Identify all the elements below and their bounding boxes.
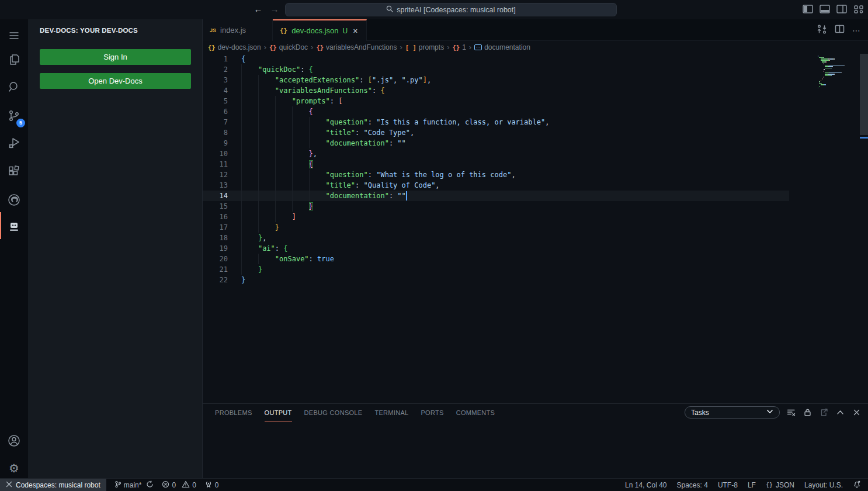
encoding-setting[interactable]: UTF-8 [718, 481, 738, 489]
code-line-12[interactable]: 12 "question": "What is the log o of thi… [203, 170, 789, 180]
close-panel-icon[interactable] [852, 407, 862, 417]
nav-forward-button[interactable]: → [268, 2, 282, 16]
line-number[interactable]: 10 [203, 148, 228, 159]
code-line-19[interactable]: 19 "ai": { [203, 243, 789, 254]
search-sidebar-icon[interactable] [0, 75, 28, 99]
code-line-4[interactable]: 4 "variablesAndFunctions": { [203, 85, 789, 96]
panel-tab-debug-console[interactable]: DEBUG CONSOLE [304, 404, 363, 421]
panel-tab-output[interactable]: OUTPUT [265, 404, 292, 421]
close-tab-icon[interactable]: × [353, 26, 357, 36]
code-editor[interactable]: 1{2 "quickDoc": {3 "acceptedExtensions":… [203, 53, 868, 403]
menu-hamburger-icon[interactable] [0, 24, 28, 47]
tab-dev-docs-json[interactable]: {} dev-docs.json U × [273, 19, 367, 41]
customize-layout-icon[interactable] [853, 3, 864, 16]
panel-tab-comments[interactable]: COMMENTS [456, 404, 495, 421]
code-line-10[interactable]: 10 }, [203, 148, 789, 159]
sync-icon[interactable] [146, 480, 154, 490]
panel-tab-problems[interactable]: PROBLEMS [215, 404, 252, 421]
code-line-13[interactable]: 13 "title": "Quality of Code", [203, 180, 789, 191]
scrollbar-thumb[interactable] [860, 54, 868, 135]
breadcrumb-item-quickDoc[interactable]: {}quickDoc [269, 43, 308, 51]
code-line-3[interactable]: 3 "acceptedExtensions": [".js", ".py"], [203, 75, 789, 85]
line-number[interactable]: 21 [203, 264, 228, 275]
command-center-search[interactable]: spriteAI [Codespaces: musical robot] [285, 3, 617, 16]
minimap[interactable] [815, 53, 860, 153]
code-line-1[interactable]: 1{ [203, 54, 789, 64]
breadcrumb-item-prompts[interactable]: [ ]prompts [405, 43, 444, 51]
panel-tab-ports[interactable]: PORTS [421, 404, 443, 421]
line-number[interactable]: 6 [203, 106, 228, 117]
breadcrumb-item-documentation[interactable]: ···documentation [474, 43, 530, 51]
language-mode[interactable]: {} JSON [766, 481, 794, 489]
clear-output-icon[interactable] [786, 407, 796, 417]
breadcrumb-item-1[interactable]: {}1 [452, 43, 466, 51]
line-number[interactable]: 19 [203, 243, 228, 254]
code-line-21[interactable]: 21 } [203, 264, 789, 275]
explorer-icon[interactable] [0, 48, 28, 71]
remote-indicator[interactable]: Codespaces: musical robot [0, 479, 106, 491]
code-line-11[interactable]: 11 { [203, 159, 789, 170]
line-number[interactable]: 8 [203, 127, 228, 138]
dev-docs-extension-icon[interactable] [0, 215, 28, 238]
code-line-18[interactable]: 18 }, [203, 233, 789, 243]
github-icon[interactable] [0, 188, 28, 212]
code-line-8[interactable]: 8 "title": "Code Type", [203, 127, 789, 138]
editor-scrollbar[interactable] [860, 53, 868, 403]
line-number[interactable]: 17 [203, 222, 228, 233]
branch-indicator[interactable]: main* [114, 480, 154, 490]
line-number[interactable]: 13 [203, 180, 228, 191]
maximize-panel-icon[interactable] [835, 407, 845, 417]
notification-bell-icon[interactable] [853, 480, 861, 490]
panel-tab-terminal[interactable]: TERMINAL [374, 404, 408, 421]
eol-setting[interactable]: LF [748, 481, 756, 489]
run-debug-icon[interactable] [0, 132, 28, 155]
line-number[interactable]: 4 [203, 85, 228, 96]
code-line-9[interactable]: 9 "documentation": "" [203, 138, 789, 148]
open-output-in-editor-icon[interactable] [819, 407, 829, 417]
breadcrumb-item-dev-docs.json[interactable]: {}dev-docs.json [208, 43, 261, 51]
code-line-22[interactable]: 22} [203, 275, 789, 285]
problems-indicator[interactable]: 0 0 [162, 480, 196, 490]
line-number[interactable]: 7 [203, 117, 228, 127]
keyboard-layout[interactable]: Layout: U.S. [804, 481, 843, 489]
extensions-icon[interactable] [0, 160, 28, 184]
open-devdocs-button[interactable]: Open Dev-Docs [40, 73, 191, 89]
toggle-panel-icon[interactable] [819, 3, 831, 16]
sign-in-button[interactable]: Sign In [40, 49, 191, 65]
line-number[interactable]: 12 [203, 170, 228, 180]
cursor-position[interactable]: Ln 14, Col 40 [625, 481, 666, 489]
split-editor-icon[interactable] [835, 24, 845, 36]
code-line-2[interactable]: 2 "quickDoc": { [203, 64, 789, 75]
breadcrumb-item-variablesAndFunctions[interactable]: {}variablesAndFunctions [316, 43, 397, 51]
line-number[interactable]: 9 [203, 138, 228, 148]
code-line-15[interactable]: 15 } [203, 201, 789, 212]
account-icon[interactable] [0, 429, 28, 452]
line-number[interactable]: 14 [203, 191, 228, 201]
indentation-setting[interactable]: Spaces: 4 [677, 481, 708, 489]
line-number[interactable]: 16 [203, 212, 228, 222]
toggle-primary-sidebar-icon[interactable] [802, 3, 814, 16]
code-line-7[interactable]: 7 "question": "Is this a function, class… [203, 117, 789, 127]
line-number[interactable]: 20 [203, 254, 228, 264]
code-line-5[interactable]: 5 "prompts": [ [203, 96, 789, 106]
code-line-16[interactable]: 16 ] [203, 212, 789, 222]
nav-back-button[interactable]: ← [251, 2, 265, 16]
toggle-secondary-sidebar-icon[interactable] [836, 3, 848, 16]
code-line-14[interactable]: 14 "documentation": "" [203, 191, 789, 201]
lock-autoscroll-icon[interactable] [803, 407, 813, 417]
line-number[interactable]: 1 [203, 54, 228, 64]
tab-index-js[interactable]: JS index.js [203, 19, 273, 41]
code-line-20[interactable]: 20 "onSave": true [203, 254, 789, 264]
line-number[interactable]: 15 [203, 201, 228, 212]
line-number[interactable]: 22 [203, 275, 228, 285]
line-number[interactable]: 18 [203, 233, 228, 243]
source-control-icon[interactable]: 5 [0, 104, 28, 127]
ports-indicator[interactable]: 0 [204, 480, 219, 490]
code-line-6[interactable]: 6 { [203, 106, 789, 117]
open-changes-icon[interactable] [817, 24, 827, 37]
more-actions-icon[interactable]: ⋯ [852, 26, 861, 35]
line-number[interactable]: 11 [203, 159, 228, 170]
settings-gear-icon[interactable]: ⚙ [0, 457, 28, 480]
output-channel-select[interactable]: Tasks [685, 406, 780, 419]
code-line-17[interactable]: 17 } [203, 222, 789, 233]
